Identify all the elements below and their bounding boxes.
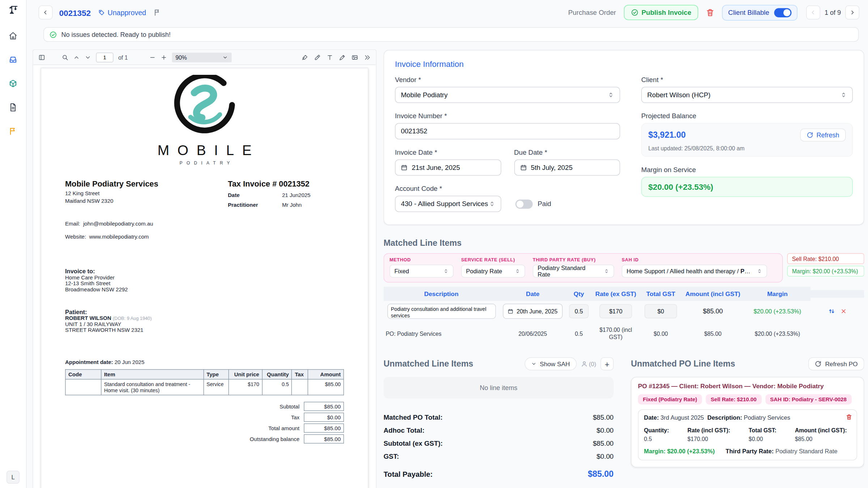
prev-invoice-button[interactable] — [806, 5, 820, 20]
email-label: Email: — [65, 221, 80, 227]
client-select[interactable]: Robert Wilson (HCP) — [641, 87, 853, 103]
cell-item: Standard consultation and treatment - Ho… — [101, 379, 203, 395]
select-chevrons-icon — [443, 269, 449, 274]
invoice-information-grid: Vendor * Mobile Podiatry Invoice Number … — [395, 76, 853, 221]
pdf-draw-tool-button[interactable] — [339, 54, 346, 60]
vendor-field: Vendor * Mobile Podiatry — [395, 76, 620, 103]
sidebar-item-flags[interactable] — [5, 124, 21, 139]
flag-invoice-button[interactable] — [154, 9, 161, 16]
pdf-page-input[interactable] — [96, 52, 114, 62]
client-billable-toggle-pill[interactable]: Client Billable — [722, 5, 797, 21]
top-bar: 0021352 Unapproved Purchase Order Publis… — [27, 0, 868, 25]
pdf-highlight-tool-button[interactable] — [314, 54, 321, 60]
po-line-fields: Quantity: 0.5 Rate (incl GST): $170.00 T… — [644, 427, 851, 442]
add-line-item-button[interactable]: + — [601, 358, 614, 371]
swap-line-button[interactable] — [828, 308, 835, 315]
pdf-sidebar-toggle-button[interactable] — [39, 54, 45, 60]
patient-dob: (DOB: 9 Aug 1940) — [113, 316, 152, 321]
invoice-items-table: Code Item Type Unit price Quantity Tax A… — [65, 369, 344, 395]
col-margin: Margin — [744, 287, 810, 301]
select-chevrons-icon — [489, 201, 495, 207]
main-area: 0021352 Unapproved Purchase Order Publis… — [27, 0, 868, 488]
status-badge[interactable]: Unapproved — [98, 8, 146, 17]
text-icon — [327, 54, 333, 60]
user-avatar[interactable]: L — [7, 471, 20, 484]
account-code-select[interactable]: 430 - Allied Support Services — [395, 196, 501, 212]
total-value: $85.00 — [304, 435, 344, 444]
delete-invoice-button[interactable] — [706, 8, 715, 17]
up-down-arrows-icon — [828, 308, 835, 315]
vendor-address-line2: Maitland NSW 2320 — [65, 198, 113, 204]
delete-po-line-button[interactable] — [846, 414, 852, 420]
tax-invoice-block: Tax Invoice # 0021352 Date 21 Jun2025 Pr… — [228, 180, 310, 208]
sidebar-item-inbox[interactable] — [5, 52, 21, 67]
method-select[interactable]: Fixed — [390, 265, 454, 278]
description-textarea[interactable]: Podiatry consultation and additional tra… — [387, 304, 495, 319]
due-date-input[interactable]: 5th July, 2025 — [514, 159, 620, 176]
third-party-rate-group: THIRD PARTY RATE (BUY) Podiatry Standard… — [533, 257, 614, 278]
po-line-item-card: Date: 3rd August 2025 Description: Podia… — [638, 410, 857, 461]
client-billable-toggle[interactable] — [774, 8, 791, 17]
client-billable-label: Client Billable — [728, 9, 769, 16]
paid-toggle[interactable] — [515, 199, 533, 209]
invoice-totals-summary: Matched PO Total: $85.00 Adhoc Total: $0… — [384, 414, 614, 479]
pdf-more-tools-button[interactable] — [364, 54, 371, 60]
pdf-scroll-area[interactable]: MOBILE PODIATRY Mobile Podiatry Services… — [33, 65, 376, 488]
invoice-to-line2: 12-13 Smith Street — [65, 281, 344, 287]
po-date-label: Date: — [644, 414, 659, 421]
sell-rate-chip: Sell Rate: $210.00 — [787, 253, 864, 264]
pdf-prev-match-button[interactable] — [73, 54, 80, 60]
pdf-image-tool-button[interactable] — [352, 54, 358, 60]
publish-invoice-button[interactable]: Publish Invoice — [624, 5, 698, 20]
assignee-count-button[interactable]: (0) — [581, 361, 596, 367]
qty-input[interactable] — [569, 304, 589, 318]
refresh-po-button[interactable]: Refresh PO — [808, 358, 864, 371]
pdf-signature-tool-button[interactable] — [302, 54, 308, 60]
back-button[interactable] — [39, 5, 53, 20]
po-sell-rate-badge: Sell Rate: $210.00 — [706, 394, 762, 405]
matched-line-items-table: Description Date Qty Rate (ex GST) Total… — [384, 287, 864, 346]
vendor-select[interactable]: Mobile Podiatry — [395, 87, 620, 103]
pdf-zoom-in-button[interactable] — [160, 54, 167, 60]
next-invoice-button[interactable] — [845, 5, 859, 20]
line-date-input[interactable]: 20th June, 2025 — [503, 304, 562, 319]
po-field-gst: Total GST: $0.00 — [749, 427, 776, 442]
invoice-number-label: Invoice Number * — [395, 112, 620, 120]
appointment-row: Appointment date: 20 Jun 2025 — [65, 359, 344, 365]
page-title-invoice-number[interactable]: 0021352 — [59, 8, 91, 17]
pdf-zoom-select[interactable]: 90% — [172, 52, 231, 62]
chevron-left-icon — [42, 9, 49, 16]
sah-id-select[interactable]: Home Support / Allied health and therapy… — [622, 265, 767, 278]
col-date: Date — [499, 287, 566, 301]
pdf-search-button[interactable] — [62, 54, 68, 60]
remove-line-button[interactable] — [841, 308, 847, 314]
app-logo-icon[interactable] — [8, 4, 18, 16]
service-rate-select[interactable]: Podiatry Rate — [461, 265, 525, 278]
sidebar-item-documents[interactable] — [5, 100, 21, 115]
show-sah-button[interactable]: Show SAH — [524, 358, 576, 371]
sidebar-item-home[interactable] — [5, 28, 21, 43]
pdf-zoom-out-button[interactable] — [149, 54, 156, 60]
document-icon — [9, 103, 17, 112]
patient-address-line1: UNIT 1 / 30 RAILYWAY — [65, 321, 344, 327]
field-value: $0.00 — [749, 436, 776, 442]
invoice-date-input[interactable]: 21st June, 2025 — [395, 159, 501, 176]
matched-config-row: METHOD Fixed SERVICE RATE (SELL) Podiatr… — [384, 253, 864, 283]
rate-input[interactable] — [600, 304, 632, 318]
third-party-rate-select[interactable]: Podiatry Standard Rate — [533, 265, 614, 278]
invoice-number-input[interactable] — [401, 128, 614, 135]
service-rate-group: SERVICE RATE (SELL) Podiatry Rate — [461, 257, 525, 278]
invoice-information-card: Invoice Information Vendor * Mobile Podi… — [384, 50, 864, 225]
sidebar-nav — [5, 28, 21, 139]
margin-on-service-value: $20.00 (+23.53%) — [641, 177, 853, 197]
person-icon — [581, 361, 587, 367]
total-payable-row: Total Payable: $85.00 — [384, 469, 614, 479]
refresh-balance-button[interactable]: Refresh — [800, 129, 846, 142]
pdf-text-tool-button[interactable] — [327, 54, 333, 60]
unmatched-line-items-title: Unmatched Line Items — [384, 359, 473, 369]
invoice-number-field: Invoice Number * — [395, 112, 620, 140]
pdf-next-match-button[interactable] — [85, 54, 91, 60]
gst-input[interactable] — [644, 304, 677, 318]
panel-icon — [39, 54, 45, 60]
sidebar-item-packages[interactable] — [5, 76, 21, 91]
